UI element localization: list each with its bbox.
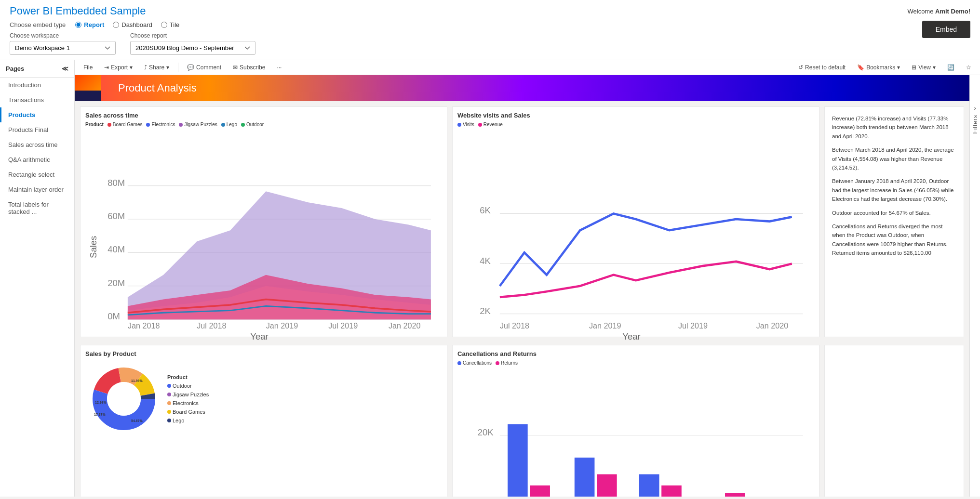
sidebar-page-item[interactable]: Q&A arithmetic: [0, 152, 74, 167]
report-toolbar: File ⇥ Export ▾ ⤴ Share ▾ 💬 Comment ✉ Su…: [75, 60, 980, 75]
share-chevron: ▾: [166, 64, 169, 71]
svg-text:Year: Year: [622, 331, 640, 341]
radio-tile[interactable]: Tile: [161, 21, 179, 28]
product-banner: Product Analysis: [75, 75, 969, 101]
reset-button[interactable]: ↺ Reset to default: [795, 62, 848, 73]
view-chevron: ▾: [933, 64, 936, 71]
svg-text:Jul 2018: Jul 2018: [500, 321, 529, 330]
report-select[interactable]: 2020SU09 Blog Demo - September: [130, 41, 255, 55]
workspace-label: Choose workspace: [10, 32, 116, 39]
svg-text:20K: 20K: [478, 427, 494, 437]
sidebar-page-item[interactable]: Products: [0, 107, 74, 122]
analysis-paragraph: Cancellations and Returns diverged the m…: [832, 222, 956, 258]
analysis-paragraph: Between March 2018 and April 2020, the a…: [832, 145, 956, 172]
svg-text:11.96%: 11.96%: [131, 379, 143, 382]
svg-rect-49: [639, 474, 659, 497]
bookmark-icon: 🔖: [857, 64, 864, 71]
svg-point-36: [107, 382, 141, 416]
embed-button[interactable]: Embed: [922, 21, 970, 38]
refresh-icon: 🔄: [947, 64, 954, 71]
svg-text:Jan 2019: Jan 2019: [589, 321, 621, 330]
sidebar-header: Pages ≪: [0, 60, 74, 78]
top-section: Power BI Embedded Sample Choose embed ty…: [0, 0, 980, 60]
export-icon: ⇥: [104, 64, 109, 71]
sidebar-page-item[interactable]: Transactions: [0, 92, 74, 107]
cancel-svg: 0K 20K: [457, 368, 814, 497]
empty-panel: [824, 345, 964, 497]
svg-text:Sales: Sales: [88, 236, 98, 258]
donut-legend: Product Outdoor Jigsaw Puzzles Electroni…: [167, 374, 209, 423]
svg-text:0M: 0M: [107, 311, 120, 321]
bookmarks-button[interactable]: 🔖 Bookmarks ▾: [854, 62, 903, 73]
legend-jigsaw: Jigsaw Puzzles: [179, 122, 217, 127]
svg-text:54.67%: 54.67%: [131, 419, 143, 422]
svg-rect-48: [597, 474, 617, 497]
cancel-legend: Cancellations Returns: [457, 360, 814, 366]
report-content: Product Analysis Sales across time Produ…: [75, 75, 980, 497]
charts-bottom-grid: Sales by Product: [75, 342, 969, 497]
sales-product-chart: Sales by Product: [80, 345, 447, 497]
sidebar-page-item[interactable]: Products Final: [0, 122, 74, 137]
export-button[interactable]: ⇥ Export ▾: [101, 62, 135, 73]
comment-icon: 💬: [187, 64, 194, 71]
svg-rect-50: [661, 486, 682, 497]
sidebar-page-item[interactable]: Sales across time: [0, 137, 74, 152]
comment-button[interactable]: 💬 Comment: [184, 62, 224, 73]
radio-report[interactable]: Report: [75, 21, 104, 28]
more-button[interactable]: ···: [274, 62, 284, 73]
filters-panel[interactable]: › Filters: [969, 75, 980, 497]
visits-legend: Visits Revenue: [457, 122, 814, 127]
legend-lego: Lego: [221, 122, 237, 127]
collapse-icon[interactable]: ≪: [62, 65, 68, 72]
svg-text:2K: 2K: [480, 306, 491, 316]
main-layout: Pages ≪ IntroductionTransactionsProducts…: [0, 60, 980, 497]
sidebar-pages: IntroductionTransactionsProductsProducts…: [0, 78, 74, 219]
report-label: Choose report: [130, 32, 255, 39]
svg-text:Jan 2018: Jan 2018: [128, 321, 160, 330]
embed-type-group: Report Dashboard Tile: [75, 21, 179, 28]
analysis-paragraph: Between January 2018 and April 2020, Out…: [832, 177, 956, 203]
app-title: Power BI Embedded Sample: [10, 5, 255, 17]
sidebar-page-item[interactable]: Total labels for stacked ...: [0, 197, 74, 219]
file-button[interactable]: File: [81, 62, 95, 73]
donut-container: 11.96% 12.98% 17.37% 54.67% Product Outd…: [85, 360, 442, 437]
svg-text:Jul 2018: Jul 2018: [197, 321, 226, 330]
legend-electronics: Electronics: [146, 122, 175, 127]
filters-label: Filters: [972, 115, 979, 134]
sidebar-page-item[interactable]: Introduction: [0, 78, 74, 92]
legend-board-games: Board Games: [107, 122, 143, 127]
svg-text:4K: 4K: [480, 256, 491, 266]
legend-visits: Visits: [457, 122, 474, 127]
charts-top-grid: Sales across time Product Board Games El…: [75, 101, 969, 342]
pages-label: Pages: [6, 65, 24, 72]
svg-text:12.98%: 12.98%: [95, 401, 107, 404]
sidebar-page-item[interactable]: Rectangle select: [0, 167, 74, 182]
svg-rect-45: [508, 424, 528, 497]
workspace-select[interactable]: Demo Workspace 1: [10, 41, 116, 55]
svg-text:17.37%: 17.37%: [94, 413, 106, 416]
sidebar-page-item[interactable]: Maintain layer order: [0, 182, 74, 197]
report-main: Product Analysis Sales across time Produ…: [75, 75, 969, 497]
share-button[interactable]: ⤴ Share ▾: [141, 62, 172, 73]
welcome-text: Welcome Amit Demo!: [907, 8, 970, 15]
refresh-button[interactable]: 🔄: [944, 62, 957, 73]
svg-text:Jan 2019: Jan 2019: [266, 321, 298, 330]
banner-title: Product Analysis: [118, 82, 197, 94]
svg-rect-47: [575, 458, 595, 497]
subscribe-icon: ✉: [233, 64, 238, 71]
view-button[interactable]: ⊞ View ▾: [909, 62, 939, 73]
bookmarks-chevron: ▾: [897, 64, 900, 71]
visits-svg: 2K 4K 6K Jul 2018 Jan 2019 Jul 2019 Jan …: [457, 130, 814, 330]
svg-text:Jul 2019: Jul 2019: [678, 321, 708, 330]
legend-revenue: Revenue: [478, 122, 503, 127]
svg-text:60M: 60M: [107, 211, 125, 221]
content-area: File ⇥ Export ▾ ⤴ Share ▾ 💬 Comment ✉ Su…: [75, 60, 980, 497]
subscribe-button[interactable]: ✉ Subscribe: [230, 62, 268, 73]
favorite-button[interactable]: ☆: [963, 62, 974, 73]
radio-dashboard[interactable]: Dashboard: [113, 21, 152, 28]
donut-svg: 11.96% 12.98% 17.37% 54.67%: [85, 360, 162, 437]
svg-text:20M: 20M: [107, 278, 125, 288]
svg-rect-46: [530, 486, 550, 497]
cancellations-chart: Cancellations and Returns Cancellations …: [452, 345, 819, 497]
sidebar: Pages ≪ IntroductionTransactionsProducts…: [0, 60, 75, 497]
